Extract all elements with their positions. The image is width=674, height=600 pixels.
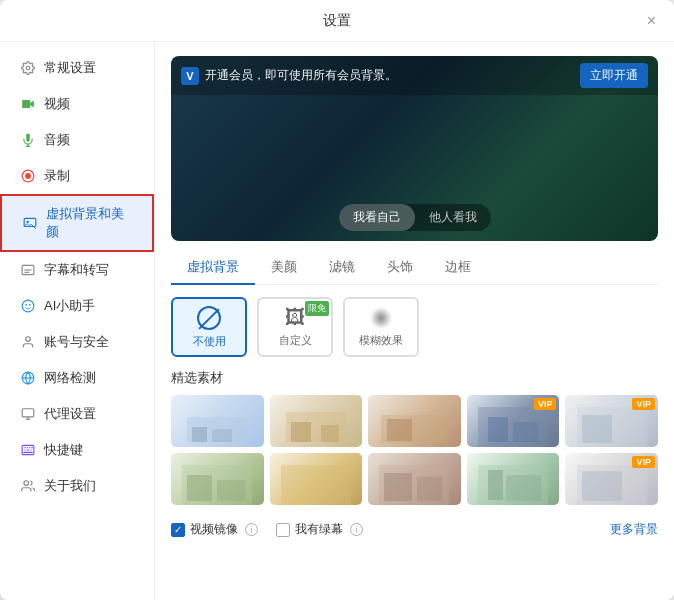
shortcut-icon: [20, 442, 36, 458]
svg-rect-23: [192, 427, 207, 442]
preview-view-toggle: 我看自己 他人看我: [339, 204, 491, 231]
bg-image-9[interactable]: [467, 453, 560, 505]
svg-point-0: [26, 66, 30, 70]
sidebar-item-about[interactable]: 关于我们: [0, 468, 154, 504]
bg-image-4[interactable]: VIP: [467, 395, 560, 447]
sidebar: 常规设置 视频: [0, 42, 155, 600]
sidebar-item-account[interactable]: 账号与安全: [0, 324, 154, 360]
sidebar-label-account: 账号与安全: [44, 333, 109, 351]
bottom-bar: ✓ 视频镜像 i 我有绿幕 i 更多背景: [171, 515, 658, 540]
blur-effect-icon: [370, 307, 392, 329]
bg-image-8[interactable]: [368, 453, 461, 505]
sidebar-item-audio[interactable]: 音频: [0, 122, 154, 158]
bg-image-1[interactable]: [171, 395, 264, 447]
svg-rect-44: [488, 470, 503, 500]
sidebar-label-virtual: 虚拟背景和美颜: [46, 205, 136, 241]
sidebar-item-network[interactable]: 网络检测: [0, 360, 154, 396]
sidebar-item-ai[interactable]: AI小助手: [0, 288, 154, 324]
sidebar-item-virtual[interactable]: 虚拟背景和美颜: [0, 194, 154, 252]
tab-virtual-bg[interactable]: 虚拟背景: [171, 251, 255, 285]
svg-point-5: [25, 173, 31, 179]
svg-rect-42: [417, 477, 442, 501]
sidebar-item-video[interactable]: 视频: [0, 86, 154, 122]
sidebar-label-record: 录制: [44, 167, 70, 185]
tab-filter[interactable]: 滤镜: [313, 251, 371, 285]
bg-image-10[interactable]: VIP: [565, 453, 658, 505]
custom-upload-icon: 🖼: [285, 306, 305, 329]
svg-point-7: [27, 221, 29, 223]
sidebar-label-audio: 音频: [44, 131, 70, 149]
bg-image-5[interactable]: VIP: [565, 395, 658, 447]
svg-rect-47: [582, 471, 622, 501]
subtitle-icon: [20, 262, 36, 278]
svg-rect-17: [22, 409, 34, 417]
other-view-button[interactable]: 他人看我: [415, 204, 491, 231]
vip-activate-button[interactable]: 立即开通: [580, 63, 648, 88]
sidebar-label-network: 网络检测: [44, 369, 96, 387]
svg-point-11: [22, 300, 34, 312]
close-button[interactable]: ×: [643, 11, 660, 31]
green-screen-checkbox[interactable]: [276, 523, 290, 537]
video-mirror-check[interactable]: ✓ 视频镜像 i: [171, 521, 258, 538]
svg-point-14: [26, 337, 31, 342]
vip-tag-10: VIP: [632, 456, 655, 468]
title-bar: 设置 ×: [0, 0, 674, 42]
svg-rect-1: [22, 100, 30, 108]
svg-point-21: [24, 481, 29, 486]
sidebar-label-ai: AI小助手: [44, 297, 95, 315]
bg-option-custom[interactable]: 🖼 自定义 限免: [257, 297, 333, 357]
sidebar-item-general[interactable]: 常规设置: [0, 50, 154, 86]
vip-tag-4: VIP: [534, 398, 557, 410]
svg-rect-45: [506, 475, 541, 501]
featured-section-title: 精选素材: [171, 369, 658, 387]
tab-beauty[interactable]: 美颜: [255, 251, 313, 285]
svg-rect-27: [321, 425, 339, 442]
bg-option-blur[interactable]: 模糊效果: [343, 297, 419, 357]
network-icon: [20, 370, 36, 386]
virtual-bg-icon: [22, 215, 38, 231]
svg-point-12: [25, 304, 27, 306]
sidebar-item-proxy[interactable]: 代理设置: [0, 396, 154, 432]
more-backgrounds-link[interactable]: 更多背景: [610, 521, 658, 538]
vip-tag-5: VIP: [632, 398, 655, 410]
bg-image-grid: VIP VIP: [171, 395, 658, 505]
sidebar-item-record[interactable]: 录制: [0, 158, 154, 194]
bg-image-2[interactable]: [270, 395, 363, 447]
sidebar-item-subtitle[interactable]: 字幕和转写: [0, 252, 154, 288]
checkbox-check-icon: ✓: [174, 525, 182, 535]
svg-rect-26: [291, 422, 311, 442]
svg-point-13: [29, 304, 31, 306]
bg-option-none-label: 不使用: [193, 334, 226, 349]
bg-option-custom-label: 自定义: [279, 333, 312, 348]
svg-rect-31: [488, 417, 508, 442]
bg-option-blur-label: 模糊效果: [359, 333, 403, 348]
svg-rect-36: [187, 475, 212, 501]
tab-headwear[interactable]: 头饰: [371, 251, 429, 285]
sidebar-label-about: 关于我们: [44, 477, 96, 495]
sidebar-label-video: 视频: [44, 95, 70, 113]
sidebar-item-shortcut[interactable]: 快捷键: [0, 432, 154, 468]
svg-rect-34: [582, 415, 612, 443]
vip-text: 开通会员，即可使用所有会员背景。: [205, 67, 580, 84]
bg-image-7[interactable]: [270, 453, 363, 505]
bg-image-3[interactable]: [368, 395, 461, 447]
settings-dialog: 设置 × 常规设置: [0, 0, 674, 600]
vip-banner: 开通会员，即可使用所有会员背景。 立即开通: [171, 56, 658, 95]
sidebar-label-proxy: 代理设置: [44, 405, 96, 423]
proxy-icon: [20, 406, 36, 422]
video-mirror-label: 视频镜像: [190, 521, 238, 538]
bg-image-6[interactable]: [171, 453, 264, 505]
tab-frame[interactable]: 边框: [429, 251, 487, 285]
feature-tabs: 虚拟背景 美颜 滤镜 头饰 边框: [171, 251, 658, 285]
green-screen-info-icon[interactable]: i: [350, 523, 363, 536]
bg-option-none[interactable]: 不使用: [171, 297, 247, 357]
svg-rect-32: [513, 422, 538, 442]
video-icon: [20, 96, 36, 112]
video-mirror-info-icon[interactable]: i: [245, 523, 258, 536]
bg-option-row: 不使用 🖼 自定义 限免 模糊效果: [171, 297, 658, 357]
green-screen-check[interactable]: 我有绿幕 i: [276, 521, 363, 538]
self-view-button[interactable]: 我看自己: [339, 204, 415, 231]
video-mirror-checkbox[interactable]: ✓: [171, 523, 185, 537]
preview-area: 开通会员，即可使用所有会员背景。 立即开通 我看自己 他人看我: [171, 56, 658, 241]
ai-icon: [20, 298, 36, 314]
